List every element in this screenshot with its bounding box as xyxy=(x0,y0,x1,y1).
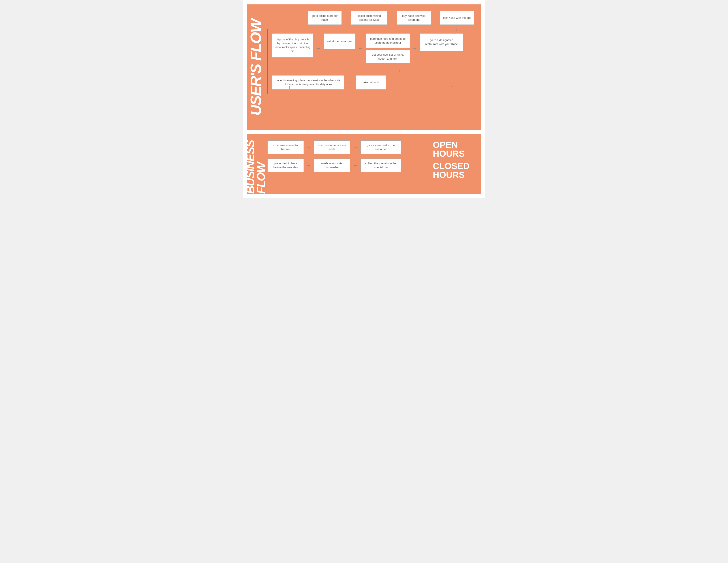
arrow-right-bf2: → xyxy=(350,144,360,150)
arrow-right-1: → xyxy=(342,15,351,21)
business-flow-section: BUSINESS FLOW customer comes to checkout… xyxy=(247,134,481,194)
col-purchase-getset: purchase food and get code scanned at ch… xyxy=(366,33,410,63)
arrow-up-dispose: ↑ xyxy=(288,84,291,90)
business-flow-content: customer comes to checkout → scan custom… xyxy=(267,140,475,179)
box-go-restaurant: go to a designated restaurant with your … xyxy=(420,33,463,51)
hours-section: OPEN HOURS CLOSED HOURS xyxy=(427,140,475,179)
arrow-down-getset: ↓ xyxy=(329,68,470,73)
box-pair-kase: pair Kase with the app xyxy=(440,11,474,25)
users-flow-main: ↓ dispose of the dirty utensils by throw… xyxy=(267,29,474,94)
users-flow-label-text: USER'S FLOW xyxy=(249,19,263,116)
box-customer-checkout: customer comes to checkout xyxy=(267,140,304,154)
box-once-done: once done eating, place the utensils in … xyxy=(272,75,344,90)
arrow-right-3: → xyxy=(431,15,440,21)
users-flow-content: go to online store for Kase → select cus… xyxy=(267,11,474,94)
closed-hours-label: CLOSED HOURS xyxy=(433,162,475,179)
box-give-clean-set: give a clean set to the customer xyxy=(360,140,401,154)
arrow-left-bf1: ← xyxy=(304,162,314,168)
box-dispose: dispose of the dirty utensils by throwin… xyxy=(272,33,313,58)
open-hours-label: OPEN HOURS xyxy=(433,140,475,158)
business-flow-boxes: customer comes to checkout → scan custom… xyxy=(267,140,427,179)
loop-lower-row: once done eating, place the utensils in … xyxy=(272,75,470,90)
box-take-out: take out food xyxy=(355,75,386,90)
arrow-left-once-done: ← xyxy=(344,80,355,85)
arrow-left-purchase: ← xyxy=(356,45,366,51)
business-flow-label-text: BUSINESS FLOW xyxy=(245,134,267,194)
box-go-online: go to online store for Kase xyxy=(308,11,342,25)
box-purchase: purchase food and get code scanned at ch… xyxy=(366,33,410,48)
arrow-up-right: ↑ xyxy=(451,84,453,90)
box-get-set: get your new set of knife, spoon and for… xyxy=(366,50,410,63)
loop-upper-row: dispose of the dirty utensils by throwin… xyxy=(272,33,470,63)
business-flow-label: BUSINESS FLOW xyxy=(247,134,264,194)
box-buy-kase: buy Kase and wait shipment xyxy=(397,11,431,25)
box-select-options: select customizing options for Kase xyxy=(351,11,387,25)
users-flow-label: USER'S FLOW xyxy=(247,4,264,130)
box-scan-kase: scan customer's Kase code xyxy=(314,140,350,154)
arrow-right-2: → xyxy=(387,15,397,21)
arrow-left-bf2: ← xyxy=(350,162,360,168)
box-collect-utensils: collect the utensils in the special bin xyxy=(360,158,401,172)
arrow-left-eat: ← xyxy=(313,45,324,51)
business-flow-row1: customer comes to checkout → scan custom… xyxy=(267,140,427,154)
business-flow-row2: place the bin back before the new day ← … xyxy=(267,158,427,172)
arrow-left-gorestaurant: ← xyxy=(410,45,420,51)
box-wash-industrial: wash in industrial dishwasher xyxy=(314,158,350,172)
arrow-right-bf1: → xyxy=(304,144,314,150)
box-place-bin: place the bin back before the new day xyxy=(267,158,304,172)
main-wrapper: USER'S FLOW go to online store for Kase … xyxy=(243,0,485,198)
users-flow-section: USER'S FLOW go to online store for Kase … xyxy=(247,4,481,130)
box-eat: eat at the restaurant xyxy=(324,33,356,49)
users-flow-top-row: go to online store for Kase → select cus… xyxy=(267,11,474,25)
loop-rectangle: dispose of the dirty utensils by throwin… xyxy=(267,29,474,94)
